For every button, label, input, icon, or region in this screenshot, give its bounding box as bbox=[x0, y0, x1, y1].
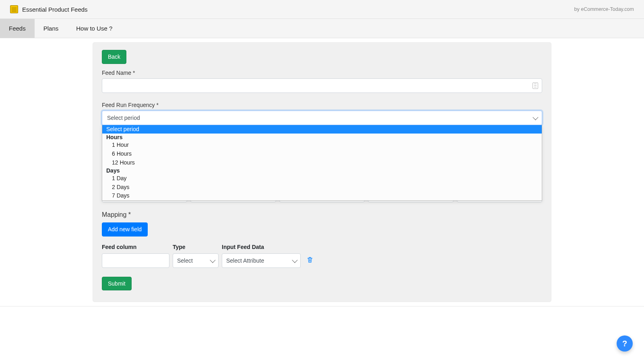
tab-howto[interactable]: How to Use ? bbox=[67, 19, 121, 38]
divider bbox=[0, 306, 644, 306]
byline: by eCommerce-Today.com bbox=[574, 6, 634, 12]
feed-name-label: Feed Name * bbox=[102, 70, 542, 76]
frequency-select-wrap: Select period Select period Hours 1 Hour… bbox=[102, 111, 542, 125]
mapping-inputdata-value: Select Attribute bbox=[226, 257, 264, 264]
mapping-header-type: Type bbox=[173, 244, 222, 250]
dropdown-option-2days[interactable]: 2 Days bbox=[102, 183, 542, 192]
mapping-header-feedcolumn: Feed column bbox=[102, 244, 173, 250]
frequency-selected-value: Select period bbox=[107, 115, 140, 121]
mapping-header-input: Input Feed Data bbox=[222, 244, 304, 250]
dropdown-option-7days[interactable]: 7 Days bbox=[102, 191, 542, 200]
add-new-field-button[interactable]: Add new field bbox=[102, 222, 148, 237]
mapping-label: Mapping * bbox=[102, 211, 542, 218]
dropdown-option-placeholder[interactable]: Select period bbox=[102, 125, 542, 134]
chevron-down-icon bbox=[210, 257, 215, 263]
mapping-type-select[interactable]: Select bbox=[173, 253, 219, 268]
form-icon bbox=[533, 82, 538, 89]
topbar: Essential Product Feeds by eCommerce-Tod… bbox=[0, 0, 644, 19]
submit-button[interactable]: Submit bbox=[102, 277, 132, 291]
mapping-header: Feed column Type Input Feed Data bbox=[102, 244, 542, 250]
form-card: Back Feed Name * Feed Run Frequency * Se… bbox=[93, 42, 551, 302]
dropdown-option-12hours[interactable]: 12 Hours bbox=[102, 158, 542, 167]
frequency-select[interactable]: Select period bbox=[102, 111, 542, 125]
tab-feeds[interactable]: Feeds bbox=[0, 19, 35, 38]
feed-name-input[interactable] bbox=[102, 78, 542, 93]
dropdown-option-6hours[interactable]: 6 Hours bbox=[102, 150, 542, 158]
mapping-row: Select Select Attribute bbox=[102, 253, 542, 268]
feed-name-wrap bbox=[102, 78, 542, 93]
back-button[interactable]: Back bbox=[102, 50, 126, 64]
dropdown-option-1day[interactable]: 1 Day bbox=[102, 174, 542, 183]
nav-tabs: Feeds Plans How to Use ? bbox=[0, 19, 644, 38]
app-title: Essential Product Feeds bbox=[22, 6, 88, 13]
page: Back Feed Name * Feed Run Frequency * Se… bbox=[0, 38, 644, 323]
dropdown-option-1hour[interactable]: 1 Hour bbox=[102, 141, 542, 150]
frequency-label: Feed Run Frequency * bbox=[102, 102, 542, 108]
dropdown-group-days: Days bbox=[102, 167, 542, 174]
topbar-left: Essential Product Feeds bbox=[10, 5, 88, 13]
mapping-type-value: Select bbox=[177, 257, 193, 264]
app-logo-icon bbox=[10, 5, 18, 13]
frequency-dropdown: Select period Hours 1 Hour 6 Hours 12 Ho… bbox=[102, 125, 542, 201]
trash-icon[interactable] bbox=[307, 257, 313, 264]
dropdown-group-hours: Hours bbox=[102, 134, 542, 141]
tab-plans[interactable]: Plans bbox=[35, 19, 68, 38]
chevron-down-icon bbox=[533, 114, 538, 120]
mapping-inputdata-select[interactable]: Select Attribute bbox=[222, 253, 301, 268]
mapping-feedcolumn-input[interactable] bbox=[102, 253, 169, 268]
chevron-down-icon bbox=[292, 257, 297, 263]
